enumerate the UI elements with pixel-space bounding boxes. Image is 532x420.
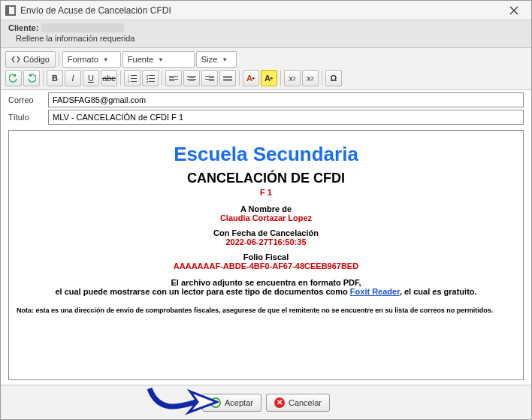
svg-point-12 [147,81,148,83]
svg-text:3: 3 [128,80,130,83]
titlebar: Envío de Acuse de Cancelación CFDI [1,1,531,20]
correo-row: Correo [1,90,531,110]
redo-button[interactable] [23,70,40,86]
cancel-icon: ✕ [274,397,285,408]
fiscal-label: Folio Fiscal [17,252,515,261]
separator [120,71,121,86]
pdf-line1: El archivo adjunto se encuentra en forma… [17,278,515,287]
svg-rect-3 [131,75,137,76]
align-right-button[interactable] [201,70,218,86]
correo-input[interactable] [48,92,524,107]
chevron-down-icon: ▼ [222,56,228,63]
editor-body[interactable]: Escuela Secundaria CANCELACIÓN DE CFDI F… [8,130,524,380]
bold-button[interactable]: B [47,70,63,86]
font-label: Fuente [128,55,153,64]
accept-label: Aceptar [225,398,253,407]
ul-icon [146,74,155,83]
name-value: Claudia Cortazar Lopez [17,213,515,222]
svg-rect-11 [149,78,155,79]
unordered-list-button[interactable] [142,70,159,86]
format-combo[interactable]: Formato▼ [62,51,121,68]
separator [280,71,281,86]
separator [322,71,322,86]
doc-heading: CANCELACIÓN DE CFDI [17,171,515,186]
folio-short: F 1 [17,188,515,197]
svg-point-10 [147,78,148,80]
app-icon [5,5,16,16]
titulo-label: Título [8,113,42,122]
separator [162,71,162,86]
underline-button[interactable]: U [83,70,99,86]
svg-rect-1 [6,6,9,15]
bg-color-button[interactable]: A▸ [261,70,277,86]
special-char-button[interactable]: Ω [325,70,342,86]
size-label: Size [201,55,217,64]
org-name: Escuela Secundaria [17,143,515,166]
check-icon: ✓ [210,397,221,408]
dialog-window: Envío de Acuse de Cancelación CFDI Clien… [0,0,532,420]
ol-icon: 123 [128,74,137,83]
source-icon [11,55,20,64]
source-label: Código [23,55,50,64]
close-button[interactable] [501,2,527,19]
titulo-row: Título [1,110,531,127]
foxit-link[interactable]: Foxit Reader [350,287,400,296]
format-label: Formato [68,55,98,64]
pdf-line2a: el cual puede mostrarse con un lector pa… [55,287,349,296]
pdf-line2b: , el cual es gratuito. [400,287,477,296]
dialog-footer: ✓ Aceptar ✕ Cancelar [1,385,531,419]
italic-button[interactable]: I [65,70,81,86]
source-button[interactable]: Código [5,51,56,68]
align-left-button[interactable] [165,70,182,86]
window-title: Envío de Acuse de Cancelación CFDI [20,5,501,16]
chevron-down-icon: ▼ [158,56,164,63]
size-combo[interactable]: Size▼ [196,51,237,68]
undo-icon [9,74,18,83]
superscript-button[interactable]: x2 [302,70,319,86]
editor-toolbar: Código Formato▼ Fuente▼ Size▼ B I U [1,48,531,90]
separator [59,52,59,67]
undo-button[interactable] [5,70,22,86]
svg-rect-5 [131,78,137,79]
correo-label: Correo [8,95,42,104]
accept-button[interactable]: ✓ Aceptar [202,394,261,412]
note-text: Nota: esta es una dirección de envio de … [17,307,515,314]
date-label: Con Fecha de Cancelación [17,228,515,237]
client-hint: Rellene la información requerida [16,34,524,43]
align-center-button[interactable] [183,70,200,86]
client-value-redacted [41,23,124,32]
redo-icon [27,74,36,83]
chevron-down-icon: ▼ [103,56,109,63]
svg-rect-9 [149,75,155,76]
text-color-button[interactable]: A▸ [243,70,259,86]
separator [239,71,240,86]
pdf-info: El archivo adjunto se encuentra en forma… [17,278,515,296]
svg-rect-13 [149,81,155,82]
align-justify-button[interactable] [219,70,236,86]
name-label: A Nombre de [17,204,515,213]
date-value: 2022-06-27T16:50:35 [17,237,515,246]
fiscal-value: AAAAAAAF-ABDE-4BF0-AF67-48CEEB967BED [17,261,515,270]
svg-rect-7 [131,81,137,82]
ordered-list-button[interactable]: 123 [124,70,141,86]
close-icon [509,6,518,15]
client-info: Cliente: Rellene la información requerid… [1,20,531,48]
client-label: Cliente: [8,23,38,32]
cancel-label: Cancelar [289,398,322,407]
subscript-button[interactable]: x2 [284,70,301,86]
font-combo[interactable]: Fuente▼ [122,51,195,68]
cancel-button[interactable]: ✕ Cancelar [266,394,330,412]
titulo-input[interactable] [48,110,524,125]
svg-point-8 [147,75,148,77]
separator [43,71,44,86]
strike-button[interactable]: abc [101,70,117,86]
